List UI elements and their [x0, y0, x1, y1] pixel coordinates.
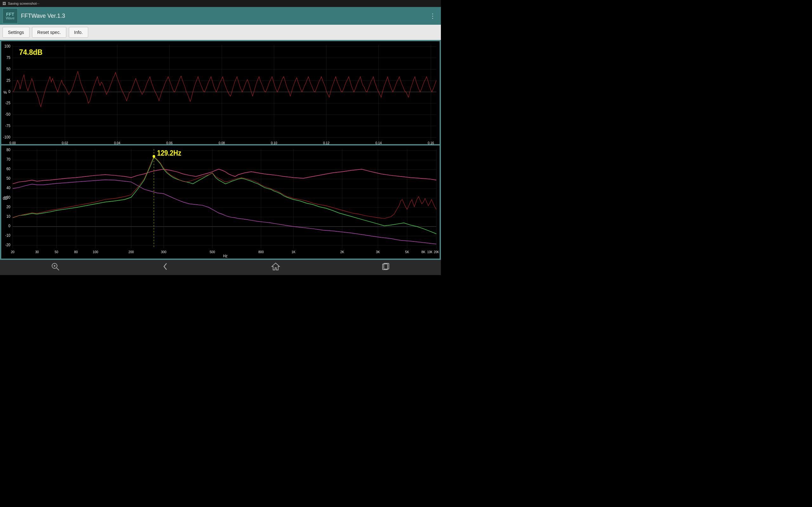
app-logo: FFT Wave: [3, 8, 18, 23]
app-title: FFTWave Ver.1.3: [21, 13, 427, 19]
svg-text:20: 20: [11, 250, 14, 254]
logo-fft-text: FFT: [6, 12, 14, 16]
svg-text:0.10: 0.10: [271, 141, 277, 144]
svg-text:50: 50: [6, 176, 10, 181]
info-button[interactable]: Info.: [69, 27, 88, 38]
svg-text:0.04: 0.04: [114, 141, 120, 144]
svg-text:%: %: [3, 90, 7, 95]
svg-text:3K: 3K: [376, 250, 380, 254]
svg-text:0.08: 0.08: [218, 141, 225, 144]
menu-button[interactable]: ⋮: [427, 9, 438, 22]
svg-text:100: 100: [4, 44, 10, 49]
svg-text:300: 300: [161, 250, 166, 254]
svg-text:-50: -50: [5, 112, 10, 117]
svg-text:100: 100: [93, 250, 98, 254]
fft-chart-container: 80 70 60 50 40 30 20 10 0 -10 -20 dB: [0, 144, 441, 260]
recent-button[interactable]: [375, 260, 397, 275]
svg-text:500: 500: [210, 250, 215, 254]
svg-text:0: 0: [8, 223, 10, 228]
svg-text:20K: 20K: [434, 250, 439, 254]
toolbar: Settings Reset spec. Info.: [0, 25, 441, 40]
svg-text:0.02: 0.02: [62, 141, 68, 144]
svg-text:30: 30: [35, 250, 39, 254]
svg-text:-75: -75: [5, 124, 10, 128]
app-bar: FFT Wave FFTWave Ver.1.3 ⋮: [0, 7, 441, 25]
svg-text:10: 10: [6, 214, 10, 219]
svg-text:129.2Hz: 129.2Hz: [157, 149, 181, 157]
svg-text:50: 50: [55, 250, 58, 254]
back-button[interactable]: [154, 260, 176, 275]
svg-text:-20: -20: [5, 242, 10, 247]
svg-text:0.06: 0.06: [166, 141, 172, 144]
svg-text:80: 80: [74, 250, 78, 254]
svg-text:20: 20: [6, 205, 10, 209]
svg-text:200: 200: [129, 250, 134, 254]
svg-text:70: 70: [6, 157, 10, 162]
svg-text:75: 75: [6, 55, 10, 60]
svg-text:0.14: 0.14: [375, 141, 382, 144]
wave-chart-svg: 100 75 50 25 0 -25 -50 -75 -100 %: [1, 41, 440, 144]
wave-chart[interactable]: 100 75 50 25 0 -25 -50 -75 -100 %: [1, 41, 440, 144]
svg-text:74.8dB: 74.8dB: [19, 48, 43, 56]
svg-text:-10: -10: [5, 233, 10, 238]
fft-chart[interactable]: 80 70 60 50 40 30 20 10 0 -10 -20 dB: [1, 146, 440, 259]
svg-text:40: 40: [6, 185, 10, 190]
svg-text:50: 50: [6, 66, 10, 71]
status-icon: 🖼: [3, 2, 6, 5]
svg-text:25: 25: [6, 78, 10, 83]
svg-text:-100: -100: [3, 135, 10, 139]
status-bar: 🖼 Saving screenshot···: [0, 0, 441, 7]
svg-text:Hz: Hz: [223, 253, 227, 258]
svg-text:2K: 2K: [340, 250, 345, 254]
charts-area: 100 75 50 25 0 -25 -50 -75 -100 %: [0, 40, 441, 260]
svg-text:0: 0: [8, 89, 10, 94]
svg-marker-100: [272, 263, 280, 270]
home-button[interactable]: [265, 260, 287, 275]
fft-chart-svg: 80 70 60 50 40 30 20 10 0 -10 -20 dB: [1, 146, 440, 259]
svg-line-97: [56, 268, 59, 270]
svg-text:0.12: 0.12: [323, 141, 329, 144]
svg-text:60: 60: [6, 166, 10, 171]
svg-text:5K: 5K: [405, 250, 409, 254]
svg-text:10K: 10K: [427, 250, 433, 254]
zoom-button[interactable]: [44, 260, 66, 275]
svg-text:0.16: 0.16: [427, 141, 434, 144]
svg-text:1K: 1K: [292, 250, 296, 254]
svg-text:0.00: 0.00: [9, 141, 16, 144]
logo-wave-text: Wave: [6, 16, 14, 20]
settings-button[interactable]: Settings: [3, 27, 30, 38]
wave-chart-container: 100 75 50 25 0 -25 -50 -75 -100 %: [0, 40, 441, 144]
svg-text:800: 800: [258, 250, 264, 254]
svg-text:dB: dB: [3, 195, 8, 201]
status-text: Saving screenshot···: [8, 2, 40, 5]
svg-text:80: 80: [6, 148, 10, 153]
bottom-nav: [0, 260, 441, 275]
reset-spec-button[interactable]: Reset spec.: [32, 27, 66, 38]
svg-text:8K: 8K: [421, 250, 426, 254]
svg-text:-25: -25: [5, 101, 10, 106]
